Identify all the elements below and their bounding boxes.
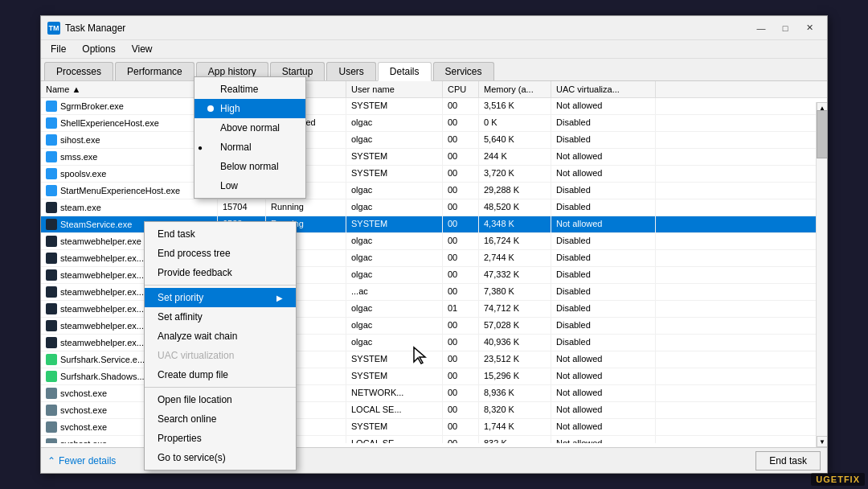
td-memory: 3,720 K xyxy=(479,166,551,182)
ctx-open-file-location[interactable]: Open file location xyxy=(145,390,296,409)
priority-realtime-label: Realtime xyxy=(220,84,258,95)
td-memory: 4,348 K xyxy=(479,216,551,232)
priority-above-normal-label: Above normal xyxy=(220,122,280,134)
menu-options[interactable]: Options xyxy=(76,42,121,56)
process-icon xyxy=(46,354,57,365)
tab-users[interactable]: Users xyxy=(326,62,375,80)
td-cpu: 00 xyxy=(443,419,479,435)
priority-below-normal[interactable]: Below normal xyxy=(194,157,305,176)
process-icon xyxy=(46,236,57,247)
end-task-button[interactable]: End task xyxy=(755,451,821,471)
td-user: SYSTEM xyxy=(346,419,443,435)
td-memory: 29,288 K xyxy=(479,183,551,199)
priority-low[interactable]: Low xyxy=(194,176,305,195)
priority-realtime[interactable]: Realtime xyxy=(194,80,305,99)
menu-bar: File Options View xyxy=(41,40,827,59)
ctx-end-process-tree[interactable]: End process tree xyxy=(145,244,296,263)
td-uac: Disabled xyxy=(551,335,656,351)
td-memory: 8,936 K xyxy=(479,385,551,401)
td-name: sihost.exe xyxy=(41,132,218,148)
td-cpu: 00 xyxy=(443,166,479,182)
process-icon xyxy=(46,269,57,281)
priority-dot-high xyxy=(207,105,214,112)
td-memory: 3,516 K xyxy=(479,98,551,114)
fewer-details-button[interactable]: ⌃ Fewer details xyxy=(47,455,116,466)
process-icon xyxy=(46,438,57,443)
tab-details[interactable]: Details xyxy=(378,62,432,81)
td-uac: Not allowed xyxy=(551,98,656,114)
table-row[interactable]: smss.exe 624 Running SYSTEM 00 244 K Not… xyxy=(41,149,827,166)
priority-above-normal[interactable]: Above normal xyxy=(194,118,305,138)
tab-performance[interactable]: Performance xyxy=(115,62,194,80)
td-user: olgac xyxy=(346,301,443,317)
priority-high[interactable]: High xyxy=(194,99,305,118)
td-uac: Not allowed xyxy=(551,368,656,384)
close-button[interactable]: ✕ xyxy=(798,20,821,36)
td-cpu: 00 xyxy=(443,267,479,283)
app-icon: TM xyxy=(47,22,60,35)
td-user: olgac xyxy=(346,183,443,199)
priority-dot-below-normal xyxy=(207,163,214,170)
ctx-analyze-wait-chain[interactable]: Analyze wait chain xyxy=(145,327,296,346)
td-cpu: 00 xyxy=(443,216,479,232)
process-icon xyxy=(46,117,57,129)
col-uac[interactable]: UAC virtualiza... xyxy=(551,81,656,97)
td-name: steam.exe xyxy=(41,199,218,216)
td-user: olgac xyxy=(346,132,443,148)
td-cpu: 00 xyxy=(443,351,479,368)
watermark-badge: UGETFIX xyxy=(811,473,865,486)
process-icon xyxy=(46,168,57,179)
process-icon xyxy=(46,388,57,399)
process-icon xyxy=(46,421,57,433)
col-memory[interactable]: Memory (a... xyxy=(479,81,551,97)
td-uac: Disabled xyxy=(551,132,656,148)
td-memory: 15,296 K xyxy=(479,368,551,384)
td-user: olgac xyxy=(346,335,443,351)
ctx-sep-2 xyxy=(145,387,296,388)
tab-bar: Processes Performance App history Startu… xyxy=(41,59,827,81)
td-uac: Not allowed xyxy=(551,166,656,182)
ctx-create-dump[interactable]: Create dump file xyxy=(145,365,296,384)
priority-below-normal-label: Below normal xyxy=(220,161,279,172)
ctx-go-to-service[interactable]: Go to service(s) xyxy=(145,448,296,467)
menu-view[interactable]: View xyxy=(125,42,159,56)
td-memory: 74,712 K xyxy=(479,301,551,317)
ctx-set-affinity[interactable]: Set affinity xyxy=(145,307,296,327)
maximize-button[interactable]: □ xyxy=(774,20,796,36)
priority-submenu: Realtime High Above normal ● Normal Belo… xyxy=(194,76,306,199)
td-uac: Not allowed xyxy=(551,216,656,232)
scroll-thumb[interactable] xyxy=(817,110,827,158)
table-row[interactable]: sihost.exe 3568 Running olgac 00 5,640 K… xyxy=(41,132,827,149)
td-name: smss.exe xyxy=(41,149,218,165)
vertical-scrollbar[interactable]: ▲ ▼ xyxy=(816,102,827,447)
td-name: SgrmBroker.exe xyxy=(41,98,218,114)
table-row[interactable]: spoolsv.exe 3488 Running SYSTEM 00 3,720… xyxy=(41,166,827,183)
priority-low-label: Low xyxy=(220,180,238,191)
col-cpu[interactable]: CPU xyxy=(443,81,479,97)
priority-normal[interactable]: ● Normal xyxy=(194,138,305,157)
process-icon xyxy=(46,219,57,230)
td-cpu: 00 xyxy=(443,436,479,443)
minimize-button[interactable]: — xyxy=(750,20,772,36)
table-row[interactable]: SgrmBroker.exe 16372 Running SYSTEM 00 3… xyxy=(41,98,827,115)
tab-services[interactable]: Services xyxy=(433,62,494,80)
menu-file[interactable]: File xyxy=(44,42,72,56)
table-row[interactable]: ShellExperienceHost.exe 7928 Suspended o… xyxy=(41,115,827,132)
ctx-properties[interactable]: Properties xyxy=(145,429,296,448)
priority-high-label: High xyxy=(220,103,240,114)
td-cpu: 00 xyxy=(443,183,479,199)
td-user: SYSTEM xyxy=(346,98,443,114)
scroll-down-arrow[interactable]: ▼ xyxy=(817,436,827,447)
title-bar: TM Task Manager — □ ✕ xyxy=(41,16,827,40)
col-name[interactable]: Name ▲ xyxy=(41,81,218,97)
ctx-set-priority[interactable]: Set priority ▶ xyxy=(145,288,296,307)
tab-processes[interactable]: Processes xyxy=(44,62,113,80)
ctx-search-online[interactable]: Search online xyxy=(145,409,296,429)
ctx-end-task[interactable]: End task xyxy=(145,224,296,244)
table-row[interactable]: StartMenuExperienceHost.exe 9860 Running… xyxy=(41,183,827,199)
ctx-set-priority-arrow: ▶ xyxy=(276,294,283,302)
col-user[interactable]: User name xyxy=(346,81,443,97)
ctx-provide-feedback[interactable]: Provide feedback xyxy=(145,263,296,282)
table-row[interactable]: steam.exe 15704 Running olgac 00 48,520 … xyxy=(41,199,827,216)
fewer-details-icon: ⌃ xyxy=(47,455,55,466)
